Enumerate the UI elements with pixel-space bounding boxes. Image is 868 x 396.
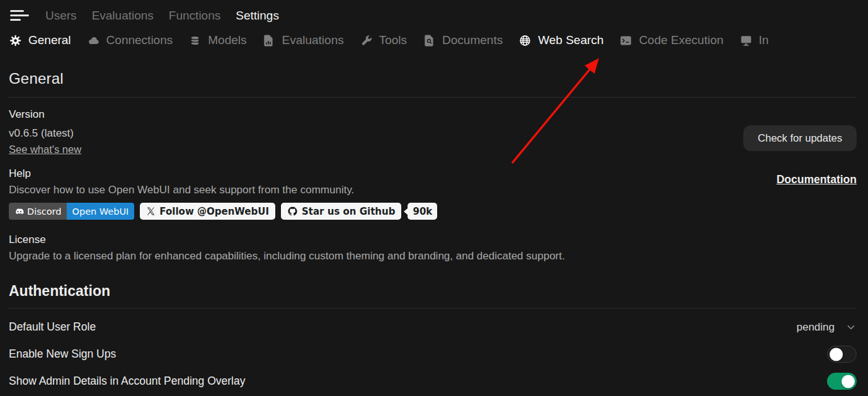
gear-icon bbox=[9, 34, 22, 47]
discord-icon bbox=[14, 206, 24, 217]
wrench-icon bbox=[360, 34, 373, 47]
github-star-badge[interactable]: Star us on Github bbox=[281, 203, 401, 220]
nav-item-evaluations[interactable]: Evaluations bbox=[92, 9, 154, 23]
tab-label: Code Execution bbox=[639, 33, 723, 47]
select-value: pending bbox=[796, 321, 835, 334]
github-star-count-badge[interactable]: 90k bbox=[408, 203, 437, 220]
version-value: v0.6.5 (latest) bbox=[9, 127, 81, 140]
tab-web-search[interactable]: Web Search bbox=[518, 33, 603, 47]
document-search-icon bbox=[423, 34, 436, 47]
github-icon bbox=[287, 206, 298, 217]
divider bbox=[9, 308, 857, 308]
nav-item-functions[interactable]: Functions bbox=[169, 9, 220, 23]
show-admin-details-toggle[interactable] bbox=[827, 373, 857, 390]
setting-label: Show Admin Details in Account Pending Ov… bbox=[9, 375, 245, 388]
globe-icon bbox=[518, 34, 532, 47]
tab-tools[interactable]: Tools bbox=[360, 33, 407, 47]
follow-openwebui-badge[interactable]: Follow @OpenWebUI bbox=[140, 203, 275, 220]
enable-new-sign-ups-toggle[interactable] bbox=[827, 346, 857, 363]
see-whats-new-link[interactable]: See what's new bbox=[9, 144, 81, 156]
divider bbox=[9, 97, 857, 98]
tab-connections[interactable]: Connections bbox=[87, 33, 173, 47]
star-badge-label: Star us on Github bbox=[302, 206, 395, 217]
nav-item-users[interactable]: Users bbox=[45, 9, 77, 23]
authentication-title: Authentication bbox=[9, 283, 857, 300]
tab-label: General bbox=[28, 33, 71, 47]
toggle-knob bbox=[830, 348, 843, 361]
tab-code-execution[interactable]: Code Execution bbox=[619, 33, 723, 47]
tab-general[interactable]: General bbox=[9, 33, 71, 47]
settings-tab-bar: General Connections Models bbox=[0, 26, 868, 55]
help-section: Help Discover how to use Open WebUI and … bbox=[9, 167, 857, 220]
version-label: Version bbox=[9, 108, 81, 121]
terminal-icon bbox=[619, 34, 632, 47]
tab-evaluations[interactable]: Evaluations bbox=[262, 33, 343, 47]
tab-label: Documents bbox=[442, 33, 503, 47]
document-chart-icon bbox=[262, 34, 275, 47]
cloud-icon bbox=[87, 34, 100, 47]
page-title: General bbox=[9, 70, 857, 88]
help-label: Help bbox=[9, 167, 437, 180]
chevron-down-icon bbox=[845, 322, 857, 333]
nav-item-settings[interactable]: Settings bbox=[236, 9, 279, 23]
discord-badge[interactable]: Discord Open WebUI bbox=[9, 203, 134, 220]
badge-row: Discord Open WebUI Follow @OpenWebUI Sta… bbox=[9, 203, 437, 220]
tab-label: Models bbox=[208, 33, 246, 47]
settings-general-panel: General Version v0.6.5 (latest) See what… bbox=[0, 70, 868, 395]
star-count: 90k bbox=[413, 206, 432, 217]
tab-label: Tools bbox=[379, 33, 407, 47]
documentation-link[interactable]: Documentation bbox=[777, 173, 857, 186]
setting-row-enable-new-sign-ups: Enable New Sign Ups bbox=[9, 341, 857, 368]
tab-documents[interactable]: Documents bbox=[423, 33, 503, 47]
tab-interface[interactable]: In bbox=[740, 33, 769, 47]
license-description: Upgrade to a licensed plan for enhanced … bbox=[9, 250, 857, 263]
setting-row-default-user-role: Default User Role pending bbox=[9, 314, 857, 341]
x-logo-icon bbox=[146, 206, 156, 216]
tab-models[interactable]: Models bbox=[188, 33, 246, 47]
setting-row-show-admin-details: Show Admin Details in Account Pending Ov… bbox=[9, 368, 857, 395]
tab-label: In bbox=[759, 33, 769, 47]
tab-label: Connections bbox=[106, 33, 173, 47]
top-nav: Users Evaluations Functions Settings bbox=[0, 0, 868, 26]
authentication-rows: Default User Role pending Enable New Sig… bbox=[9, 314, 857, 395]
toggle-knob bbox=[842, 375, 855, 388]
discord-badge-value: Open WebUI bbox=[67, 203, 135, 220]
version-section: Version v0.6.5 (latest) See what's new C… bbox=[9, 108, 857, 156]
discord-badge-label: Discord bbox=[27, 206, 62, 217]
setting-label: Enable New Sign Ups bbox=[9, 348, 116, 361]
tab-label: Evaluations bbox=[282, 33, 343, 47]
setting-label: Default User Role bbox=[9, 320, 96, 334]
default-user-role-select[interactable]: pending bbox=[796, 321, 857, 334]
help-description: Discover how to use Open WebUI and seek … bbox=[9, 184, 437, 196]
check-for-updates-button[interactable]: Check for updates bbox=[743, 125, 857, 151]
license-label: License bbox=[9, 234, 857, 246]
stack-icon bbox=[188, 34, 202, 47]
menu-icon[interactable] bbox=[9, 8, 30, 23]
follow-badge-label: Follow @OpenWebUI bbox=[159, 206, 269, 217]
license-section: License Upgrade to a licensed plan for e… bbox=[9, 234, 857, 263]
monitor-icon bbox=[740, 34, 753, 47]
tab-label: Web Search bbox=[538, 33, 603, 47]
